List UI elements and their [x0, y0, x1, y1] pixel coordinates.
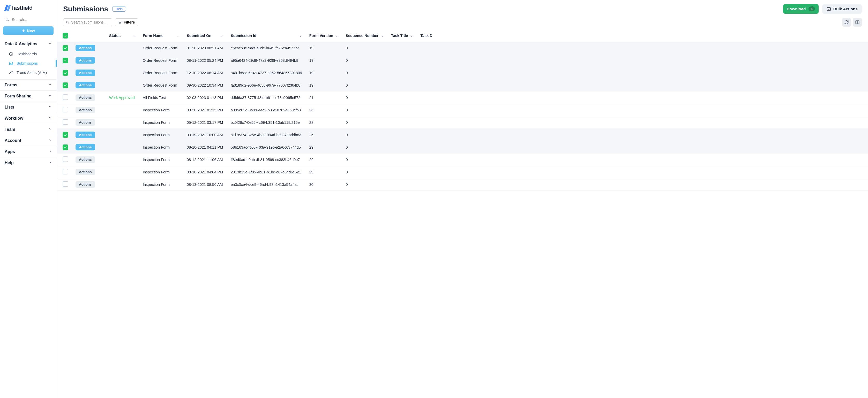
table-search[interactable] [63, 18, 112, 26]
row-actions-button[interactable]: Actions [75, 94, 95, 101]
row-actions-button[interactable]: Actions [75, 156, 95, 163]
row-actions-button[interactable]: Actions [75, 57, 95, 64]
row-actions-button[interactable]: Actions [75, 144, 95, 151]
nav-item-trend-alerts-aim-[interactable]: Trend Alerts (AIM) [0, 68, 57, 77]
row-checkbox[interactable] [63, 132, 68, 138]
new-button-label: New [27, 28, 35, 33]
column-task-title[interactable]: Task Title [388, 30, 417, 42]
filters-label: Filters [124, 20, 135, 24]
nav-section-data-analytics[interactable]: Data & Analytics [0, 38, 57, 49]
row-actions-button[interactable]: Actions [75, 45, 95, 51]
nav-section-apps[interactable]: Apps [0, 146, 57, 157]
column-status[interactable]: Status [105, 30, 139, 42]
cell-seq: 0 [345, 108, 348, 112]
row-checkbox[interactable] [63, 119, 68, 125]
column-label: Form Version [309, 34, 333, 38]
table-row[interactable]: ActionsInspection Form03-19-2021 10:00 A… [57, 129, 868, 141]
table-row[interactable]: ActionsOrder Request Form12-10-2022 08:1… [57, 67, 868, 79]
cell-date: 09-30-2022 10:34 PM [187, 83, 223, 87]
column-label: Task D [420, 34, 432, 38]
nav-item-label: Dashboards [17, 52, 37, 56]
table-scroll[interactable]: StatusForm NameSubmitted OnSubmission Id… [57, 30, 868, 398]
nav-item-submissions[interactable]: Submissions [0, 59, 57, 68]
nav: Data & AnalyticsDashboardsSubmissionsTre… [0, 38, 57, 168]
cell-form: Inspection Form [143, 145, 170, 150]
nav-section-label: Data & Analytics [5, 42, 37, 46]
nav-item-label: Submissions [17, 61, 38, 65]
nav-section-form-sharing[interactable]: Form Sharing [0, 91, 57, 102]
row-checkbox[interactable] [63, 82, 68, 88]
columns-button[interactable] [853, 18, 862, 27]
cell-date: 02-03-2023 01:13 PM [187, 96, 223, 100]
row-actions-button[interactable]: Actions [75, 119, 95, 126]
row-checkbox[interactable] [63, 144, 68, 150]
cell-seq: 0 [345, 121, 348, 125]
table-row[interactable]: ActionsInspection Form08-10-2021 04:11 P… [57, 141, 868, 154]
table-row[interactable]: ActionsOrder Request Form08-11-2022 05:2… [57, 54, 868, 67]
column-submitted-on[interactable]: Submitted On [183, 30, 227, 42]
table-row[interactable]: ActionsOrder Request Form01-20-2023 08:2… [57, 42, 868, 54]
cell-form: All Fields Test [143, 96, 166, 100]
row-checkbox[interactable] [63, 107, 68, 112]
bulk-actions-button[interactable]: Bulk Actions [822, 4, 862, 14]
column-submission-id[interactable]: Submission Id [227, 30, 306, 42]
select-all-checkbox[interactable] [63, 33, 68, 38]
help-button[interactable]: Help [112, 6, 126, 12]
refresh-button[interactable] [842, 18, 851, 27]
topbar: Submissions Help Download 6 Bulk Actions [57, 0, 868, 16]
download-button[interactable]: Download 6 [783, 4, 818, 14]
nav-section-workflow[interactable]: Workflow [0, 113, 57, 124]
column-form-version[interactable]: Form Version [306, 30, 342, 42]
search-icon [66, 21, 69, 24]
filters-button[interactable]: Filters [115, 18, 138, 26]
svg-point-0 [6, 18, 8, 21]
table-row[interactable]: ActionsInspection Form08-12-2021 11:06 A… [57, 154, 868, 166]
row-checkbox[interactable] [63, 156, 68, 162]
column-task-d[interactable]: Task D [417, 30, 868, 42]
row-checkbox[interactable] [63, 169, 68, 174]
row-actions-button[interactable]: Actions [75, 132, 95, 138]
table-row[interactable]: ActionsInspection Form08-10-2021 04:04 P… [57, 166, 868, 178]
cell-taskd [417, 54, 868, 67]
chevron-down-icon [49, 138, 52, 143]
nav-item-dashboards[interactable]: Dashboards [0, 49, 57, 59]
global-search-input[interactable] [12, 17, 52, 22]
cell-date: 12-10-2022 08:14 AM [187, 71, 223, 75]
row-checkbox[interactable] [63, 181, 68, 187]
table-row[interactable]: ActionsOrder Request Form09-30-2022 10:3… [57, 79, 868, 92]
nav-section-help[interactable]: Help [0, 157, 57, 168]
column-sequence-number[interactable]: Sequence Number [342, 30, 387, 42]
row-actions-button[interactable]: Actions [75, 82, 95, 88]
table-row[interactable]: ActionsWork ApprovedAll Fields Test02-03… [57, 92, 868, 104]
new-button[interactable]: New [3, 26, 54, 35]
row-checkbox[interactable] [63, 45, 68, 51]
cell-form: Inspection Form [143, 121, 170, 125]
row-actions-button[interactable]: Actions [75, 69, 95, 76]
column-select [57, 30, 72, 42]
table-search-input[interactable] [71, 20, 110, 24]
row-checkbox[interactable] [63, 70, 68, 76]
table-row[interactable]: ActionsInspection Form03-30-2021 01:15 P… [57, 104, 868, 116]
nav-section-team[interactable]: Team [0, 124, 57, 135]
cell-seq: 0 [345, 71, 348, 75]
table-row[interactable]: ActionsInspection Form08-13-2021 08:56 A… [57, 178, 868, 191]
cell-date: 03-19-2021 10:00 AM [187, 133, 223, 137]
row-checkbox[interactable] [63, 58, 68, 63]
column-label: Form Name [143, 34, 163, 38]
nav-section-label: Help [5, 161, 14, 165]
chevron-up-icon [49, 42, 52, 46]
column-form-name[interactable]: Form Name [139, 30, 183, 42]
nav-section-account[interactable]: Account [0, 135, 57, 146]
row-actions-button[interactable]: Actions [75, 181, 95, 188]
row-checkbox[interactable] [63, 94, 68, 100]
row-actions-button[interactable]: Actions [75, 107, 95, 113]
nav-section-lists[interactable]: Lists [0, 102, 57, 113]
table-row[interactable]: ActionsInspection Form05-12-2021 03:17 P… [57, 116, 868, 129]
row-actions-button[interactable]: Actions [75, 169, 95, 175]
chevron-down-icon [49, 94, 52, 98]
cell-ver: 29 [309, 145, 313, 150]
cell-taskd [417, 92, 868, 104]
nav-section-forms[interactable]: Forms [0, 79, 57, 91]
global-search[interactable] [0, 14, 57, 25]
cell-id: 58b163ac-fc60-403a-919b-a2a0c63744d5 [231, 145, 301, 150]
